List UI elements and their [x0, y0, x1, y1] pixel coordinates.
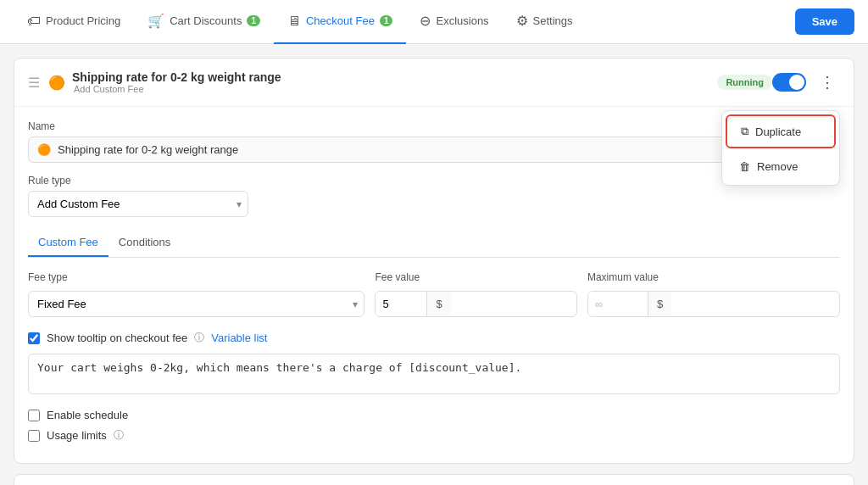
exclusions-icon: ⊖	[420, 13, 431, 29]
card2-header: ☰ 🟠 Shipping rate for 2,001 - 5 kg weigh…	[14, 475, 854, 485]
checkout-fee-icon: 🖥	[287, 14, 301, 29]
tab-conditions[interactable]: Conditions	[108, 229, 181, 257]
card1-status-badge: Running	[717, 75, 772, 90]
duplicate-label: Duplicate	[755, 125, 801, 138]
rule-type-group: Rule type Add Custom Fee Add Discount Hi…	[28, 175, 840, 217]
more-button[interactable]: ⋮	[815, 72, 840, 92]
card1-title: Shipping rate for 0-2 kg weight range	[72, 70, 709, 84]
card1-title-wrap: Shipping rate for 0-2 kg weight range Ad…	[72, 70, 709, 94]
save-button[interactable]: Save	[795, 8, 854, 35]
fee-type-label: Fee type	[28, 271, 364, 283]
tab-product-pricing[interactable]: 🏷 Product Pricing	[14, 0, 134, 44]
fee-value-label: Fee value	[375, 271, 576, 283]
top-nav: 🏷 Product Pricing 🛒 Cart Discounts 1 🖥 C…	[0, 0, 868, 44]
tab-cart-discounts-label: Cart Discounts	[170, 14, 242, 27]
dropdown-menu: ⧉ Duplicate 🗑 Remove	[721, 110, 840, 186]
tab-custom-fee[interactable]: Custom Fee	[28, 229, 108, 257]
fee-row: Fee type Fixed Fee Percentage Fee ▾ Fee …	[28, 271, 840, 317]
card-2: ☰ 🟠 Shipping rate for 2,001 - 5 kg weigh…	[14, 474, 854, 485]
rule-type-select[interactable]: Add Custom Fee Add Discount Hide Payment	[28, 191, 248, 217]
tooltip-checkbox[interactable]	[28, 332, 40, 344]
tooltip-text-group: Your cart weighs 0-2kg, which means ther…	[28, 354, 840, 397]
cart-discounts-badge: 1	[247, 15, 260, 26]
max-value-input[interactable]	[588, 292, 648, 316]
tooltip-checkbox-label: Show tooltip on checkout fee	[47, 332, 187, 344]
name-label: Name	[28, 120, 840, 132]
usage-limits-checkbox[interactable]	[28, 430, 40, 442]
tab-product-pricing-label: Product Pricing	[46, 14, 120, 27]
conditions-tab-label: Conditions	[119, 236, 170, 248]
enable-schedule-checkbox[interactable]	[28, 410, 40, 421]
max-value-label: Maximum value	[587, 271, 840, 283]
usage-limits-row: Usage limits ⓘ	[28, 428, 840, 443]
card1-subtitle: Add Custom Fee	[74, 84, 709, 94]
fee-type-col: Fee type Fixed Fee Percentage Fee ▾	[28, 271, 364, 317]
remove-label: Remove	[757, 160, 798, 173]
name-input[interactable]	[58, 143, 831, 156]
fee-currency-symbol: $	[426, 292, 450, 316]
fee-value-input[interactable]	[376, 292, 426, 316]
max-currency-symbol: $	[648, 292, 671, 316]
name-group: Name 🟠	[28, 120, 840, 163]
tooltip-row: Show tooltip on checkout fee ⓘ Variable …	[28, 331, 840, 345]
fee-type-select-wrap: Fixed Fee Percentage Fee ▾	[28, 291, 364, 317]
tab-checkout-fee[interactable]: 🖥 Checkout Fee 1	[274, 0, 407, 44]
usage-limits-label: Usage limits	[47, 429, 107, 442]
card1-toggle[interactable]	[772, 73, 806, 92]
name-input-wrap: 🟠	[28, 137, 840, 163]
more-menu-wrap: ⋮ ⧉ Duplicate 🗑 Remove	[815, 73, 840, 92]
fee-value-col: Fee value $	[375, 271, 576, 317]
tab-checkout-fee-label: Checkout Fee	[306, 14, 375, 27]
enable-schedule-label: Enable schedule	[47, 409, 128, 421]
tab-cart-discounts[interactable]: 🛒 Cart Discounts 1	[134, 0, 274, 44]
remove-button[interactable]: 🗑 Remove	[726, 152, 836, 181]
max-value-col: Maximum value $	[587, 271, 840, 317]
settings-icon: ⚙	[516, 13, 528, 29]
fee-type-select[interactable]: Fixed Fee Percentage Fee	[28, 291, 364, 317]
product-pricing-icon: 🏷	[27, 14, 41, 29]
content: ☰ 🟠 Shipping rate for 0-2 kg weight rang…	[0, 44, 868, 485]
hamburger-icon[interactable]: ☰	[28, 75, 40, 91]
checkout-fee-badge: 1	[380, 15, 393, 26]
duplicate-icon: ⧉	[741, 125, 748, 138]
name-icon: 🟠	[37, 143, 51, 156]
tooltip-info-icon[interactable]: ⓘ	[194, 331, 204, 345]
tooltip-textarea[interactable]: Your cart weighs 0-2kg, which means ther…	[28, 354, 840, 394]
card-1: ☰ 🟠 Shipping rate for 0-2 kg weight rang…	[14, 58, 854, 464]
card1-header: ☰ 🟠 Shipping rate for 0-2 kg weight rang…	[14, 59, 854, 107]
nav-tabs: 🏷 Product Pricing 🛒 Cart Discounts 1 🖥 C…	[14, 0, 795, 44]
fee-value-input-wrap: $	[375, 291, 576, 317]
inner-tabs: Custom Fee Conditions	[28, 229, 840, 258]
card1-header-right: ⋮ ⧉ Duplicate 🗑 Remove	[772, 73, 840, 92]
duplicate-button[interactable]: ⧉ Duplicate	[726, 114, 836, 148]
card1-rule-icon: 🟠	[48, 75, 65, 91]
tab-exclusions[interactable]: ⊖ Exclusions	[406, 0, 502, 44]
remove-icon: 🗑	[739, 160, 750, 173]
custom-fee-tab-label: Custom Fee	[38, 236, 98, 248]
variable-list-link[interactable]: Variable list	[211, 332, 267, 344]
rule-type-select-wrap: Add Custom Fee Add Discount Hide Payment…	[28, 191, 248, 217]
rule-type-label: Rule type	[28, 175, 840, 187]
max-value-input-wrap: $	[587, 291, 840, 317]
tab-exclusions-label: Exclusions	[436, 14, 488, 27]
enable-schedule-row: Enable schedule	[28, 409, 840, 421]
tab-settings[interactable]: ⚙ Settings	[503, 0, 587, 44]
tab-settings-label: Settings	[533, 14, 573, 27]
usage-limits-info-icon[interactable]: ⓘ	[114, 428, 124, 443]
cart-discounts-icon: 🛒	[147, 13, 164, 29]
